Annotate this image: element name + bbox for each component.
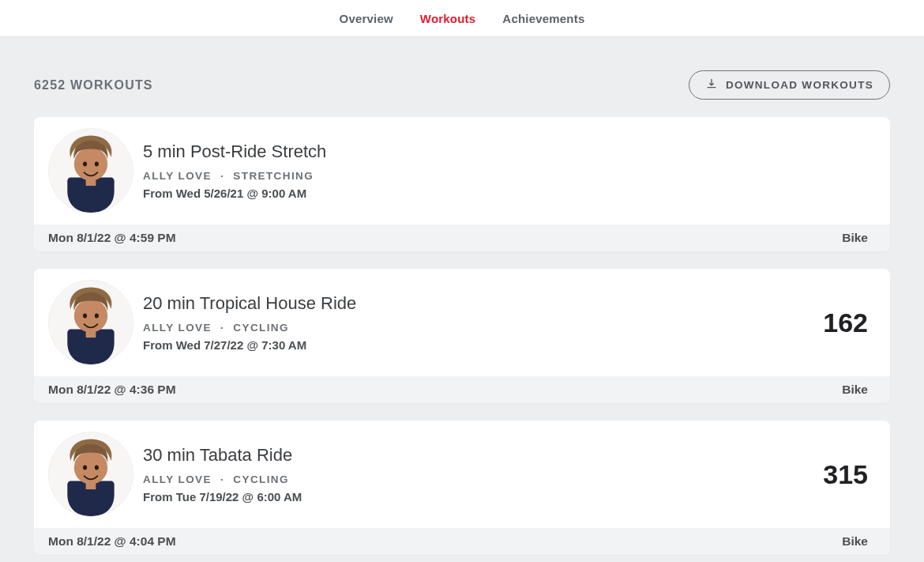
download-workouts-button[interactable]: DOWNLOAD WORKOUTS xyxy=(689,70,890,100)
workout-completed-time: Mon 8/1/22 @ 4:04 PM xyxy=(48,534,176,549)
tab-overview[interactable]: Overview xyxy=(340,12,393,25)
svg-rect-4 xyxy=(86,179,96,186)
workout-card-body: 5 min Post-Ride Stretch ALLY LOVE · STRE… xyxy=(34,117,890,224)
tab-bar: Overview Workouts Achievements xyxy=(0,0,924,37)
workout-category: STRETCHING xyxy=(233,170,314,182)
workout-completed-time: Mon 8/1/22 @ 4:36 PM xyxy=(48,383,176,397)
workout-card[interactable]: 5 min Post-Ride Stretch ALLY LOVE · STRE… xyxy=(34,117,890,251)
workout-category: CYCLING xyxy=(233,473,289,485)
workout-from: From Wed 5/26/21 @ 9:00 AM xyxy=(143,187,868,200)
workout-info: 5 min Post-Ride Stretch ALLY LOVE · STRE… xyxy=(143,141,868,200)
workout-meta: ALLY LOVE · CYCLING xyxy=(143,473,807,485)
workout-device: Bike xyxy=(842,383,868,397)
workout-instructor: ALLY LOVE xyxy=(143,473,212,485)
svg-rect-9 xyxy=(86,331,96,338)
workout-title: 5 min Post-Ride Stretch xyxy=(143,141,868,162)
svg-rect-14 xyxy=(86,483,96,489)
instructor-avatar xyxy=(48,128,133,213)
workout-card-body: 30 min Tabata Ride ALLY LOVE · CYCLING F… xyxy=(34,421,890,528)
workout-from: From Tue 7/19/22 @ 6:00 AM xyxy=(143,490,807,504)
workout-metric: 315 xyxy=(823,459,868,490)
workout-card[interactable]: 20 min Tropical House Ride ALLY LOVE · C… xyxy=(34,269,890,403)
workout-metric: 162 xyxy=(823,307,868,338)
download-workouts-label: DOWNLOAD WORKOUTS xyxy=(726,79,873,91)
workout-device: Bike xyxy=(842,534,868,549)
workout-info: 20 min Tropical House Ride ALLY LOVE · C… xyxy=(143,293,807,352)
workout-device: Bike xyxy=(842,231,868,245)
meta-separator: · xyxy=(220,473,224,485)
workout-card-footer: Mon 8/1/22 @ 4:59 PM Bike xyxy=(34,224,890,251)
workout-meta: ALLY LOVE · STRETCHING xyxy=(143,170,868,182)
instructor-avatar xyxy=(48,280,133,365)
workout-card-footer: Mon 8/1/22 @ 4:04 PM Bike xyxy=(34,528,890,555)
svg-point-3 xyxy=(95,162,99,167)
workout-completed-time: Mon 8/1/22 @ 4:59 PM xyxy=(48,231,176,245)
svg-point-8 xyxy=(95,314,99,319)
meta-separator: · xyxy=(220,170,224,182)
workout-instructor: ALLY LOVE xyxy=(143,322,212,334)
svg-point-7 xyxy=(83,314,87,319)
workout-from: From Wed 7/27/22 @ 7:30 AM xyxy=(143,338,807,352)
workout-info: 30 min Tabata Ride ALLY LOVE · CYCLING F… xyxy=(143,445,807,504)
tab-workouts[interactable]: Workouts xyxy=(420,12,476,25)
workout-card[interactable]: 30 min Tabata Ride ALLY LOVE · CYCLING F… xyxy=(34,421,890,555)
svg-point-2 xyxy=(83,162,87,167)
workout-card-body: 20 min Tropical House Ride ALLY LOVE · C… xyxy=(34,269,890,376)
workout-category: CYCLING xyxy=(233,322,289,334)
workout-card-footer: Mon 8/1/22 @ 4:36 PM Bike xyxy=(34,376,890,403)
tab-achievements[interactable]: Achievements xyxy=(502,12,584,25)
workout-title: 20 min Tropical House Ride xyxy=(143,293,807,314)
workout-instructor: ALLY LOVE xyxy=(143,170,212,182)
meta-separator: · xyxy=(220,322,224,334)
content-area: 6252 WORKOUTS DOWNLOAD WORKOUTS xyxy=(0,37,924,555)
workout-title: 30 min Tabata Ride xyxy=(143,445,807,466)
instructor-avatar xyxy=(48,432,133,517)
svg-point-13 xyxy=(95,466,99,470)
workout-meta: ALLY LOVE · CYCLING xyxy=(143,322,807,334)
download-icon xyxy=(705,77,718,92)
svg-point-12 xyxy=(83,466,87,470)
workout-count: 6252 WORKOUTS xyxy=(34,78,153,92)
header-row: 6252 WORKOUTS DOWNLOAD WORKOUTS xyxy=(34,70,890,100)
